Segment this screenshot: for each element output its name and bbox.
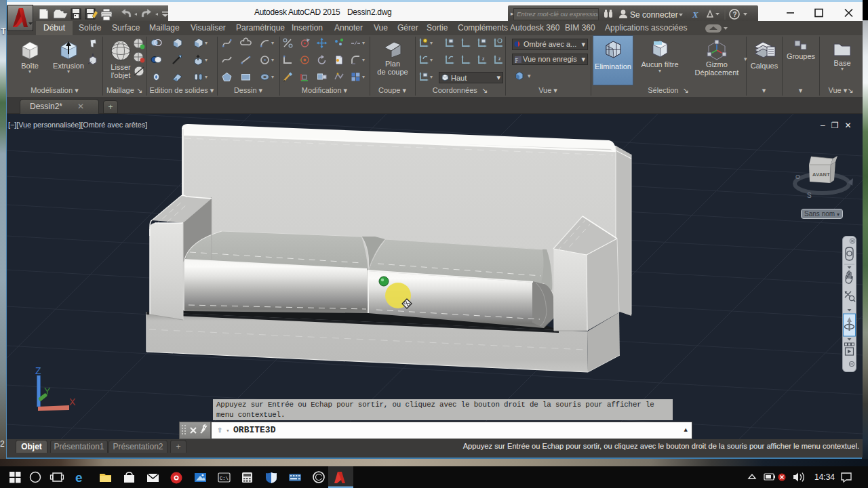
svg-text:O: O — [795, 174, 800, 180]
svg-text:Z: Z — [35, 365, 41, 376]
svg-text:AVANT: AVANT — [812, 171, 830, 178]
svg-text:C:\: C:\ — [220, 476, 229, 481]
svg-text:X: X — [692, 9, 698, 20]
svg-text:X: X — [69, 396, 76, 407]
svg-text:14:34: 14:34 — [814, 472, 835, 482]
svg-text:z: z — [498, 56, 501, 61]
svg-text:?: ? — [733, 11, 737, 18]
svg-text:z: z — [482, 56, 485, 61]
svg-text:Se connecter: Se connecter — [630, 10, 678, 20]
svg-text:Y: Y — [44, 386, 51, 396]
svg-text:e: e — [75, 470, 83, 485]
svg-text:S: S — [807, 192, 812, 199]
